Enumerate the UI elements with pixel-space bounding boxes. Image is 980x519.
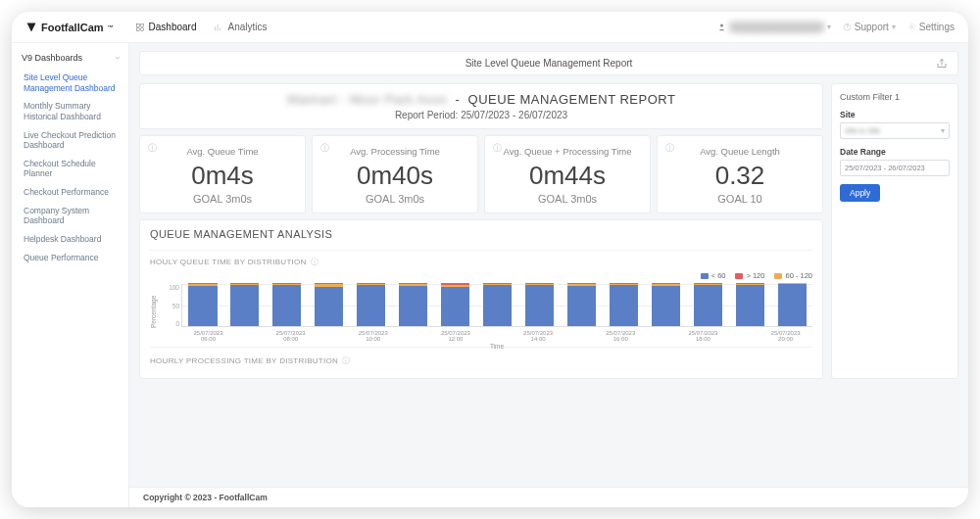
chart-hourly-queue: HOULY QUEUE TIME BY DISTRIBUTION ⓘ < 60>… <box>150 250 812 339</box>
user-name: ████████████ <box>729 22 824 32</box>
info-icon[interactable]: ⓘ <box>342 355 350 366</box>
chart-yticks: 100 50 0 <box>162 284 181 327</box>
legend-item: > 120 <box>735 271 764 280</box>
kpi-goal: GOAL 10 <box>662 193 818 205</box>
bar <box>272 283 301 326</box>
bar <box>610 283 638 326</box>
date-range-value: 25/07/2023 - 26/07/2023 <box>845 164 925 172</box>
sidebar-item[interactable]: Company System Dashboard <box>18 202 122 230</box>
xtick <box>229 330 270 342</box>
gear-icon <box>907 23 916 31</box>
svg-point-7 <box>910 25 912 27</box>
sidebar-item[interactable]: Checkout Performance <box>18 183 122 202</box>
brand-text: FootfallCam <box>41 22 104 33</box>
analytics-icon <box>214 23 223 32</box>
chevron-down-icon <box>827 23 831 31</box>
top-tabs: Dashboard Analytics <box>135 22 268 32</box>
tab-dashboard[interactable]: Dashboard <box>135 22 197 32</box>
sidebar-heading-text: V9 Dashboards <box>22 53 82 63</box>
xtick: 25/07/2023 14:00 <box>517 330 559 342</box>
dashboard-icon <box>135 23 145 32</box>
report-title-bar: Site Level Queue Management Report <box>139 51 958 75</box>
info-icon[interactable]: ⓘ <box>311 257 318 267</box>
xtick: 25/07/2023 08:00 <box>270 330 312 342</box>
settings-link[interactable]: Settings <box>907 22 955 32</box>
kpi-card: ⓘAvg. Queue Time0m4sGOAL 3m0s <box>139 135 306 213</box>
date-range-input[interactable]: 25/07/2023 - 26/07/2023 <box>840 160 950 176</box>
help-icon: ? <box>843 23 852 31</box>
page-title: Walmart - Moor Park Avon - QUEUE MANAGEM… <box>148 92 814 107</box>
svg-point-4 <box>720 24 723 27</box>
chart-hourly-processing: HOURLY PROCESSING TIME BY DISTRIBUTION ⓘ <box>150 347 812 370</box>
tab-analytics[interactable]: Analytics <box>214 22 267 32</box>
kpi-label: Avg. Queue + Processing Time <box>489 146 646 157</box>
footer-text: Copyright © 2023 - FootfallCam <box>143 493 268 502</box>
brand-logo: FootfallCam™ <box>25 22 114 33</box>
filter-heading: Custom Filter 1 <box>840 92 950 102</box>
info-icon[interactable]: ⓘ <box>148 142 157 155</box>
tab-analytics-label: Analytics <box>227 22 267 32</box>
site-select-value: Site to Site <box>845 126 880 135</box>
apply-button[interactable]: Apply <box>840 184 880 202</box>
sidebar-item[interactable]: Helpdesk Dashboard <box>18 230 122 249</box>
bar <box>778 283 807 326</box>
chart-legend: < 60> 12060 - 120 <box>150 271 812 280</box>
bar <box>188 283 217 326</box>
filter-panel: Custom Filter 1 Site Site to Site Date R… <box>831 83 958 379</box>
content-area: Site Level Queue Management Report Walma… <box>129 43 968 507</box>
site-label: Site <box>840 110 950 119</box>
chart-xaxis: 25/07/2023 06:0025/07/2023 08:0025/07/20… <box>181 330 812 342</box>
xtick <box>476 330 517 342</box>
sidebar-item[interactable]: Monthly Summary Historical Dashboard <box>18 97 122 125</box>
analysis-card: QUEUE MANAGEMENT ANALYSIS HOULY QUEUE TI… <box>139 219 823 379</box>
bar <box>357 283 385 326</box>
report-bar-title: Site Level Queue Management Report <box>466 58 633 69</box>
info-icon[interactable]: ⓘ <box>493 142 502 155</box>
chevron-down-icon <box>941 126 945 135</box>
bar <box>694 283 722 326</box>
bar <box>567 283 596 326</box>
xtick <box>723 330 764 342</box>
xtick <box>641 330 682 342</box>
site-select[interactable]: Site to Site <box>840 122 950 139</box>
bar <box>483 283 512 326</box>
tab-dashboard-label: Dashboard <box>149 22 197 32</box>
bar <box>736 283 764 326</box>
chart-xlabel: Time <box>181 343 812 350</box>
svg-rect-0 <box>136 24 139 26</box>
kpi-value: 0m44s <box>489 161 646 191</box>
kpi-label: Avg. Queue Time <box>144 146 301 157</box>
xtick <box>312 330 353 342</box>
sidebar-item[interactable]: Queue Performance <box>18 249 122 267</box>
kpi-value: 0m40s <box>317 161 473 191</box>
support-link[interactable]: ? Support <box>843 22 896 32</box>
svg-text:?: ? <box>846 24 849 29</box>
support-label: Support <box>855 22 889 32</box>
sidebar-item[interactable]: Site Level Queue Management Dashboard <box>18 69 122 97</box>
kpi-goal: GOAL 3m0s <box>317 193 473 205</box>
bar <box>652 283 680 326</box>
footer: Copyright © 2023 - FootfallCam <box>129 487 968 507</box>
chart-plot-area <box>181 284 812 327</box>
sidebar-item[interactable]: Checkout Schedule Planner <box>18 155 122 183</box>
chevron-down-icon <box>892 23 896 31</box>
report-title: QUEUE MANAGEMENT REPORT <box>468 92 676 107</box>
chart2-title: HOURLY PROCESSING TIME BY DISTRIBUTION <box>150 356 338 365</box>
report-main: Walmart - Moor Park Avon - QUEUE MANAGEM… <box>139 83 823 379</box>
user-menu[interactable]: ████████████ <box>717 22 831 32</box>
xtick <box>559 330 600 342</box>
share-icon[interactable] <box>936 58 948 71</box>
kpi-label: Avg. Queue Length <box>662 146 818 157</box>
info-icon[interactable]: ⓘ <box>320 142 329 155</box>
kpi-card: ⓘAvg. Queue Length0.32GOAL 10 <box>657 135 823 213</box>
legend-item: < 60 <box>701 271 726 280</box>
kpi-card: ⓘAvg. Processing Time0m40sGOAL 3m0s <box>312 135 478 213</box>
kpi-card: ⓘAvg. Queue + Processing Time0m44sGOAL 3… <box>484 135 651 213</box>
sidebar-heading[interactable]: V9 Dashboards <box>18 51 122 69</box>
chart-ylabel: Percentage <box>150 284 162 339</box>
xtick: 25/07/2023 10:00 <box>353 330 394 342</box>
xtick: 25/07/2023 06:00 <box>187 330 228 342</box>
info-icon[interactable]: ⓘ <box>665 142 674 155</box>
legend-item: 60 - 120 <box>774 271 812 280</box>
sidebar-item[interactable]: Live Checkout Prediction Dashboard <box>18 126 122 155</box>
